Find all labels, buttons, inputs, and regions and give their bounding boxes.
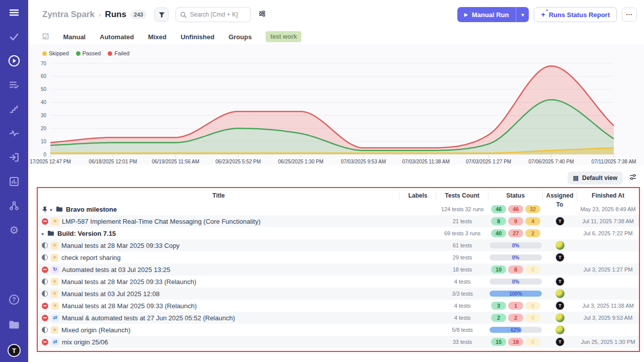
test-plans-icon[interactable] (8, 79, 20, 91)
labels-cell (400, 263, 436, 276)
tab-automated[interactable]: Automated (100, 33, 134, 41)
passed-count-badge: 46 (491, 205, 506, 213)
runs-play-icon[interactable] (8, 55, 20, 67)
run-title[interactable]: Manual tests at 28 Mar 2025 09:33 (Relau… (62, 302, 197, 310)
filter-button[interactable] (154, 8, 169, 22)
breadcrumb-project[interactable]: Zyntra Spark (42, 10, 95, 20)
assignee-avatar[interactable]: T (555, 277, 565, 286)
run-title[interactable]: Mixed origin (Relaunch) (61, 326, 130, 334)
run-title[interactable]: Manual tests at 28 Mar 2025 09:33 (Relau… (61, 278, 196, 286)
search-settings-icon[interactable] (258, 10, 266, 20)
assignee-avatar[interactable]: T (555, 337, 565, 346)
col-status[interactable]: Status (489, 191, 543, 200)
table-row[interactable]: ✳Manual tests at 28 Mar 2025 09:33 (Rela… (38, 276, 639, 288)
pulse-icon[interactable] (8, 127, 20, 139)
table-row[interactable]: ⇄Manual & automated tests at 27 Jun 2025… (38, 312, 639, 324)
expand-chevron-icon[interactable]: ▸ (50, 207, 53, 212)
table-row[interactable]: ✳Mixed origin (Relaunch)5/8 tests62% (38, 324, 639, 336)
tests-count-cell: 61 tests (436, 239, 489, 251)
col-title[interactable]: Title (38, 191, 400, 200)
table-row[interactable]: ✳Manual tests at 28 Mar 2025 09:33 (Rela… (38, 300, 639, 312)
steps-icon[interactable] (8, 103, 20, 115)
svg-text:10: 10 (41, 139, 47, 144)
table-row[interactable]: ✳check report sharing29 tests0%T (38, 251, 639, 263)
legend-skipped: Skipped (42, 50, 69, 56)
in-progress-status-icon (42, 291, 48, 297)
search-icon (180, 12, 187, 18)
run-title[interactable]: check report sharing (61, 254, 121, 261)
finished-at-cell: Jul 3, 2025 1:27 PM (577, 263, 639, 276)
table-row[interactable]: ↻Automated tests at 03 Jul 2025 13:2518 … (38, 263, 639, 276)
assignee-avatar[interactable] (555, 241, 565, 250)
col-assigned-to[interactable]: Assigned To (543, 191, 577, 200)
view-settings-icon[interactable] (629, 173, 637, 183)
run-title[interactable]: Build: Version 7.15 (57, 230, 116, 237)
table-row[interactable]: ✳Manual tests at 28 Mar 2025 09:33 Copy6… (38, 239, 639, 251)
run-title[interactable]: mix origin 25/06 (62, 338, 108, 346)
run-title[interactable]: LMP-587 Implement Real-Time Chat Messagi… (62, 218, 261, 225)
table-body: ▸Bravo milestone124 tests 32 runs464632M… (38, 203, 639, 348)
svg-text:17/2025 12:47 PM: 17/2025 12:47 PM (30, 159, 71, 164)
passed-count-badge: 2 (491, 314, 506, 322)
assignee-avatar[interactable] (555, 325, 565, 334)
table-row[interactable]: ⇄mix origin 25/0633 tests15180TJun 25, 2… (38, 336, 639, 348)
assignee-avatar[interactable]: T (555, 301, 565, 310)
menu-icon[interactable] (8, 7, 20, 19)
user-avatar[interactable]: T (8, 344, 21, 357)
labels-cell (400, 215, 436, 227)
search-box[interactable] (176, 7, 251, 22)
assignee-avatar[interactable] (555, 313, 565, 322)
table-row[interactable]: ✳Manual tests at 03 Jul 2025 12:083/3 te… (38, 288, 639, 300)
skipped-count-badge: 32 (525, 205, 540, 213)
tab-manual[interactable]: Manual (63, 33, 86, 41)
table-row[interactable]: ▸Bravo milestone124 tests 32 runs464632M… (38, 203, 639, 215)
runs-status-report-button[interactable]: ++ Runs Status Report (534, 7, 617, 22)
assignee-avatar[interactable] (555, 289, 565, 298)
expand-chevron-icon[interactable]: ▸ (42, 231, 44, 236)
tag-test-work[interactable]: test work (266, 31, 301, 42)
table-row[interactable]: ▸Build: Version 7.1569 tests 3 runs40272… (38, 227, 639, 239)
run-title[interactable]: Manual tests at 28 Mar 2025 09:33 Copy (61, 242, 180, 249)
branches-icon[interactable] (8, 200, 20, 212)
finished-at-cell: Jul 6, 2025 7:22 PM (577, 227, 639, 239)
run-title[interactable]: Manual & automated tests at 27 Jun 2025 … (62, 314, 235, 322)
assignee-avatar[interactable]: T (555, 253, 565, 262)
in-progress-status-icon (42, 327, 48, 333)
tab-mixed[interactable]: Mixed (148, 33, 167, 41)
tests-count-cell: 21 tests (436, 215, 489, 227)
manual-run-icon: ✳ (51, 278, 58, 286)
skipped-count-badge: 2 (525, 229, 540, 237)
tests-count-cell: 18 tests (436, 263, 489, 276)
analytics-icon[interactable] (8, 175, 20, 188)
svg-text:50: 50 (41, 86, 47, 92)
run-title[interactable]: Manual tests at 03 Jul 2025 12:08 (61, 290, 159, 298)
default-view-button[interactable]: ▤ Default view (568, 171, 623, 185)
tests-count-cell: 3/3 tests (436, 288, 489, 300)
manual-run-dropdown[interactable]: ▾ (516, 7, 529, 22)
more-options-button[interactable]: ... (622, 8, 637, 22)
search-input[interactable] (190, 11, 245, 18)
run-title[interactable]: Automated tests at 03 Jul 2025 13:25 (62, 266, 170, 274)
runs-trend-chart[interactable]: 01020304050607017/2025 12:47 PM06/18/202… (28, 57, 644, 165)
tests-check-icon[interactable] (8, 31, 20, 43)
projects-folder-icon[interactable] (8, 319, 20, 331)
col-labels[interactable]: Labels (400, 191, 436, 200)
tab-unfinished[interactable]: Unfinished (181, 33, 214, 41)
assignee-avatar[interactable]: T (555, 217, 565, 226)
select-all-icon[interactable]: ☑ (42, 32, 49, 41)
tab-groups[interactable]: Groups (228, 33, 252, 41)
table-row[interactable]: ✳LMP-587 Implement Real-Time Chat Messag… (38, 215, 639, 227)
manual-run-button[interactable]: ▶Manual Run ▾ (457, 7, 529, 22)
skipped-count-badge: 4 (525, 217, 540, 225)
failed-count-badge: 9 (508, 217, 523, 225)
import-icon[interactable] (8, 151, 20, 163)
col-tests-count[interactable]: Tests Count (436, 191, 489, 200)
settings-gear-icon[interactable]: ⚙ (8, 224, 20, 236)
progress-bar: 0% (490, 254, 542, 260)
col-finished-at[interactable]: Finished At (577, 191, 639, 200)
run-title[interactable]: Bravo milestone (66, 206, 117, 213)
title-cell: ✳Manual tests at 03 Jul 2025 12:08 (38, 288, 400, 300)
help-icon[interactable]: ? (8, 294, 20, 306)
skipped-count-badge: 0 (525, 314, 540, 322)
status-cell: 40272 (489, 227, 543, 239)
